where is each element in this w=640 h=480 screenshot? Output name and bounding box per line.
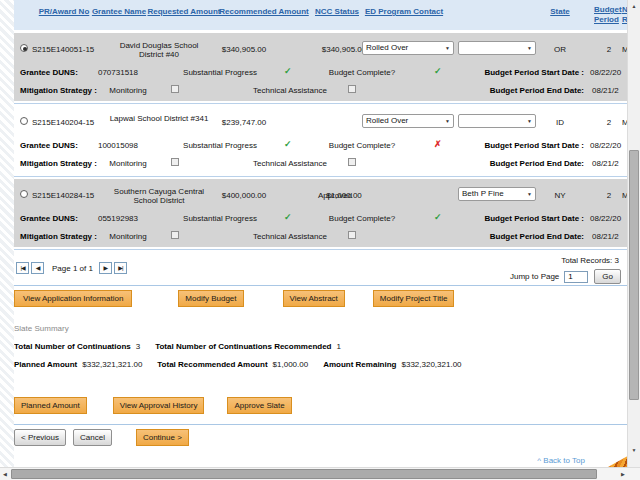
ncc-status-select[interactable]: Rolled Over▼ (362, 114, 454, 128)
monitoring-checkbox[interactable] (171, 85, 179, 93)
grantee-name: Lapwai School District #341 (109, 114, 209, 123)
planned-amount-label: Planned Amount (14, 360, 77, 369)
scroll-left-icon[interactable]: ◀ (0, 468, 10, 480)
technical-assistance-label: Technical Assistance (250, 159, 330, 168)
total-recommended-amount-label: Total Recommended Amount (157, 360, 267, 369)
mitigation-strategy-label: Mitigation Strategy : (20, 159, 97, 168)
modify-budget-button[interactable]: Modify Budget (178, 290, 243, 307)
technical-assistance-label: Technical Assistance (250, 232, 330, 241)
monitoring-checkbox[interactable] (171, 158, 179, 166)
pr-award-no: S215E140051-15 (32, 45, 118, 54)
planned-amount-value: $332,321,321.00 (82, 360, 142, 369)
column-header-state[interactable]: State (540, 7, 580, 16)
budget-complete-label: Budget Complete? (322, 214, 402, 223)
previous-button[interactable]: < Previous (14, 429, 66, 446)
row-select-radio[interactable] (20, 117, 28, 125)
state-value: NY (540, 191, 580, 200)
slate-action-buttons: Planned AmountView Approval HistoryAppro… (14, 397, 627, 414)
dotted-divider (14, 378, 456, 383)
vertical-scrollbar[interactable]: ▲ ▼ (627, 0, 640, 467)
go-button[interactable]: Go (594, 269, 621, 284)
continue-button[interactable]: Continue > (136, 429, 189, 446)
ed-contact-value: Beth P Fine (462, 189, 504, 198)
budget-period-start-label: Budget Period Start Date : (454, 68, 584, 77)
technical-assistance-label: Technical Assistance (250, 86, 330, 95)
monitoring-checkbox[interactable] (171, 231, 179, 239)
mitigation-strategy-label: Mitigation Strategy : (20, 232, 97, 241)
budget-complete-x-icon: ✗ (434, 139, 442, 149)
substantial-progress-label: Substantial Progress (177, 141, 263, 150)
total-records: Total Records: 3 (561, 256, 619, 265)
ncc-status-select[interactable]: Rolled Over▼ (362, 41, 454, 55)
dropdown-arrow-icon: ▼ (527, 116, 532, 127)
jump-to-page-input[interactable] (564, 271, 588, 283)
continuations-value: 3 (136, 342, 140, 351)
budget-period-start-label: Budget Period Start Date : (454, 214, 584, 223)
amounts-line: Planned Amount$332,321,321.00Total Recom… (14, 360, 627, 369)
approve-slate-button[interactable]: Approve Slate (227, 397, 291, 414)
row-select-radio[interactable] (20, 44, 28, 52)
grant-row-1: S215E140051-15 David Douglas School Dist… (14, 33, 627, 101)
scroll-right-icon[interactable]: ▶ (618, 468, 628, 480)
substantial-progress-label: Substantial Progress (177, 68, 263, 77)
grantee-name: David Douglas School District #40 (109, 41, 209, 59)
vertical-scrollbar-thumb[interactable] (629, 150, 639, 400)
technical-assistance-checkbox[interactable] (348, 231, 356, 239)
view-application-information-button[interactable]: View Application Information (14, 290, 132, 307)
ed-contact-select[interactable]: ▼ (458, 41, 536, 55)
record-action-buttons: View Application InformationModify Budge… (14, 290, 627, 307)
budget-period-start-date: 08/22/20 (590, 141, 627, 150)
grantee-name: Southern Cayuga Central School District (109, 187, 209, 205)
budget-complete-label: Budget Complete? (322, 68, 402, 77)
dropdown-arrow-icon: ▼ (445, 116, 450, 127)
budget-period-value: 2 (600, 45, 618, 54)
ed-contact-select[interactable]: Beth P Fine▼ (458, 187, 536, 201)
requested-amount: $340,905.00 (199, 45, 289, 54)
slate-summary-section: Slate Summary Total Number of Continuati… (14, 324, 627, 369)
scroll-up-icon[interactable]: ▲ (628, 0, 640, 12)
previous-page-button[interactable]: ◀ (31, 262, 44, 274)
back-to-top-link[interactable]: ^ Back to Top (537, 456, 585, 465)
substantial-progress-label: Substantial Progress (177, 214, 263, 223)
horizontal-scrollbar[interactable]: ◀ ▶ (0, 467, 640, 480)
view-approval-history-button[interactable]: View Approval History (113, 397, 205, 414)
view-abstract-button[interactable]: View Abstract (283, 290, 345, 307)
next-page-button[interactable]: ▶ (99, 262, 112, 274)
content-area: PR/Award No Grantee Name Requested Amoun… (14, 0, 627, 467)
scroll-down-icon[interactable]: ▼ (628, 444, 640, 456)
budget-period-end-label: Budget Period End Date: (454, 86, 584, 95)
ncc-status-value: Approved (295, 191, 375, 200)
cancel-button[interactable]: Cancel (73, 429, 112, 446)
ncc-status-value: Rolled Over (366, 116, 408, 125)
column-header-budget-period[interactable]: Budget Period (594, 5, 622, 25)
horizontal-scrollbar-thumb[interactable] (11, 469, 597, 479)
slate-summary-title: Slate Summary (14, 324, 627, 333)
amount-remaining-value: $332,320,321.00 (402, 360, 462, 369)
modify-project-title-button[interactable]: Modify Project Title (373, 290, 455, 307)
grant-row-2: S215E140204-15 Lapwai School District #3… (14, 106, 627, 174)
pager-controls: |◀◀Page 1 of 1▶▶| (16, 262, 129, 274)
monitoring-label: Monitoring (102, 86, 154, 95)
page-left-margin (0, 0, 14, 467)
last-page-button[interactable]: ▶| (114, 262, 127, 274)
continuations-recommended-value: 1 (337, 342, 341, 351)
ed-contact-select[interactable]: ▼ (458, 114, 536, 128)
planned-amount-button[interactable]: Planned Amount (14, 397, 87, 414)
grants-table-header: PR/Award No Grantee Name Requested Amoun… (14, 0, 627, 30)
amount-remaining-label: Amount Remaining (323, 360, 396, 369)
pr-award-no: S215E140204-15 (32, 118, 118, 127)
grantee-duns-value: 055192983 (86, 214, 150, 223)
technical-assistance-checkbox[interactable] (348, 85, 356, 93)
wizard-navigation: < PreviousCancelContinue > (14, 425, 627, 446)
budget-complete-check-icon: ✓ (434, 66, 442, 76)
grantee-duns-value: 100015098 (86, 141, 150, 150)
column-header-ed-program-contact[interactable]: ED Program Contact (354, 7, 454, 16)
budget-period-start-date: 08/22/20 (590, 214, 627, 223)
budget-period-end-date: 08/21/2 (592, 86, 627, 95)
substantial-progress-check-icon: ✓ (284, 212, 292, 222)
first-page-button[interactable]: |◀ (16, 262, 29, 274)
technical-assistance-checkbox[interactable] (348, 158, 356, 166)
row-select-radio[interactable] (20, 190, 28, 198)
pagination-bar: |◀◀Page 1 of 1▶▶| Total Records: 3 Jump … (14, 252, 627, 286)
jump-to-page-label: Jump to Page (510, 272, 559, 281)
